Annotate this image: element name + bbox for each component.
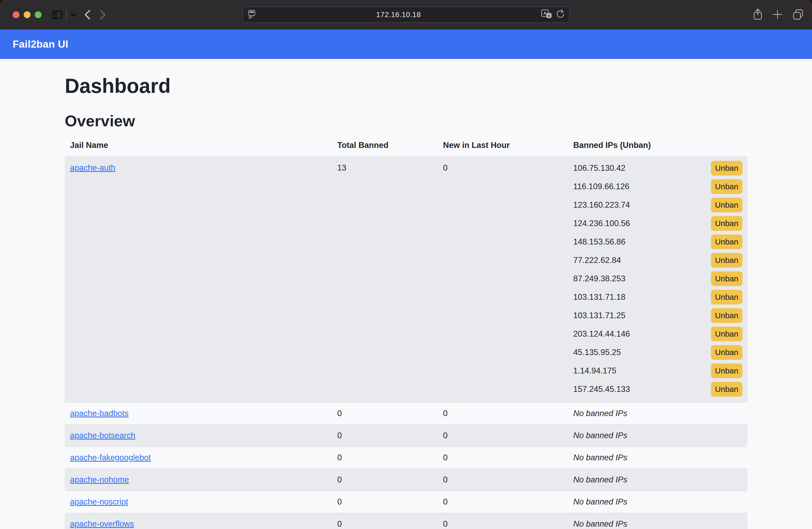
unban-button[interactable]: Unban (711, 382, 742, 397)
unban-button[interactable]: Unban (711, 345, 742, 360)
unban-button[interactable]: Unban (711, 253, 742, 268)
jail-link[interactable]: apache-noscript (70, 497, 128, 506)
overview-table-body: apache-auth 13 0 106.75.130.42 Unban 116… (65, 157, 747, 529)
banned-ip-row: 87.249.38.253 Unban (573, 269, 742, 288)
banned-ip: 203.124.44.146 (573, 329, 630, 339)
jail-link[interactable]: apache-badbots (70, 409, 129, 418)
unban-button[interactable]: Unban (711, 216, 742, 231)
forward-button[interactable] (100, 10, 106, 20)
table-row: apache-fakegooglebot 0 0 No banned IPs (65, 446, 747, 469)
unban-button[interactable]: Unban (711, 198, 742, 212)
page-title: Dashboard (65, 74, 747, 98)
table-row: apache-nohome 0 0 No banned IPs (65, 469, 747, 491)
share-button[interactable] (753, 8, 763, 21)
column-header-jail-name: Jail Name (65, 135, 332, 157)
page-content: Dashboard Overview Jail Name Total Banne… (0, 59, 812, 529)
new-last-hour-cell: 0 (438, 469, 568, 491)
unban-button[interactable]: Unban (711, 235, 742, 249)
banned-ip: 87.249.38.253 (573, 274, 625, 283)
banned-ips-cell: No banned IPs (568, 513, 747, 529)
total-banned-cell: 0 (332, 425, 438, 446)
translate-icon[interactable]: A x (541, 9, 552, 20)
banned-ip-row: 103.131.71.25 Unban (573, 306, 742, 325)
table-row: apache-noscript 0 0 No banned IPs (65, 491, 747, 513)
banned-ip: 148.153.56.86 (573, 237, 625, 247)
new-last-hour-cell: 0 (438, 513, 568, 529)
app-title: Fail2ban UI (13, 39, 68, 50)
total-banned-cell: 0 (332, 446, 438, 469)
banned-ip: 106.75.130.42 (573, 163, 625, 173)
page-settings-icon[interactable] (247, 10, 256, 20)
unban-button[interactable]: Unban (711, 290, 742, 305)
browser-chrome: 172.16.10.18 A x (0, 0, 812, 29)
unban-button[interactable]: Unban (711, 179, 742, 194)
banned-ip-row: 116.109.66.126 Unban (573, 177, 742, 196)
jail-link[interactable]: apache-fakegooglebot (70, 453, 151, 462)
banned-ip: 45.135.95.25 (573, 348, 621, 357)
overview-table: Jail Name Total Banned New in Last Hour … (65, 135, 747, 529)
unban-button[interactable]: Unban (711, 364, 742, 378)
close-window-button[interactable] (13, 11, 19, 18)
banned-ip-row: 124.236.100.56 Unban (573, 214, 742, 233)
no-banned-ips-label: No banned IPs (573, 519, 627, 528)
new-tab-button[interactable] (772, 9, 783, 21)
total-banned-cell: 13 (332, 157, 438, 402)
plus-icon (772, 9, 783, 21)
jail-link[interactable]: apache-botsearch (70, 431, 135, 440)
sidebar-toggle-button[interactable] (52, 10, 63, 19)
unban-button[interactable]: Unban (711, 161, 742, 176)
banned-ip-row: 157.245.45.133 Unban (573, 380, 742, 398)
total-banned-cell: 0 (332, 469, 438, 491)
back-icon (84, 10, 90, 20)
banned-ip-row: 148.153.56.86 Unban (573, 233, 742, 251)
banned-ip-row: 106.75.130.42 Unban (573, 159, 742, 177)
jail-link[interactable]: apache-overflows (70, 519, 134, 528)
new-last-hour-cell: 0 (438, 402, 568, 425)
forward-icon (100, 10, 106, 20)
window-controls (0, 11, 42, 18)
banned-ip: 123.160.223.74 (573, 200, 630, 210)
banned-ip-row: 123.160.223.74 Unban (573, 196, 742, 214)
banned-ips-cell: No banned IPs (568, 425, 747, 446)
banned-ip-row: 203.124.44.146 Unban (573, 325, 742, 343)
banned-ip-row: 77.222.62.84 Unban (573, 251, 742, 269)
banned-ip: 103.131.71.25 (573, 311, 625, 320)
banned-ips-cell: No banned IPs (568, 491, 747, 513)
reload-icon[interactable] (556, 9, 565, 20)
no-banned-ips-label: No banned IPs (573, 431, 627, 440)
banned-ip: 103.131.71.18 (573, 292, 625, 302)
no-banned-ips-label: No banned IPs (573, 453, 627, 462)
banned-ips-cell: No banned IPs (568, 402, 747, 425)
jail-link[interactable]: apache-auth (70, 163, 115, 172)
back-button[interactable] (84, 10, 90, 20)
banned-ip-row: 1.14.94.175 Unban (573, 362, 742, 380)
unban-button[interactable]: Unban (711, 327, 742, 341)
minimize-window-button[interactable] (24, 11, 31, 18)
table-header-row: Jail Name Total Banned New in Last Hour … (65, 135, 747, 157)
tab-overview-button[interactable] (792, 9, 804, 21)
no-banned-ips-label: No banned IPs (573, 409, 627, 418)
banned-ip: 1.14.94.175 (573, 366, 617, 376)
table-row: apache-overflows 0 0 No banned IPs (65, 513, 747, 529)
total-banned-cell: 0 (332, 402, 438, 425)
no-banned-ips-label: No banned IPs (573, 497, 627, 506)
chevron-down-icon (71, 13, 76, 17)
total-banned-cell: 0 (332, 513, 438, 529)
unban-button[interactable]: Unban (711, 308, 742, 323)
banned-ip: 157.245.45.133 (573, 384, 630, 394)
svg-text:A: A (543, 11, 547, 16)
new-last-hour-cell: 0 (438, 157, 568, 402)
column-header-banned-ips: Banned IPs (Unban) (568, 135, 747, 157)
url-text[interactable]: 172.16.10.18 (256, 11, 541, 19)
address-bar[interactable]: 172.16.10.18 A x (242, 6, 570, 23)
browser-window: 172.16.10.18 A x (0, 0, 812, 529)
tab-group-dropdown-button[interactable] (71, 13, 76, 17)
banned-ips-cell: No banned IPs (568, 469, 747, 491)
section-title: Overview (65, 112, 747, 131)
zoom-window-button[interactable] (35, 11, 42, 18)
banned-ip-row: 45.135.95.25 Unban (573, 343, 742, 362)
jail-link[interactable]: apache-nohome (70, 475, 129, 484)
unban-button[interactable]: Unban (711, 271, 742, 286)
sidebar-icon (52, 10, 63, 19)
no-banned-ips-label: No banned IPs (573, 475, 627, 484)
